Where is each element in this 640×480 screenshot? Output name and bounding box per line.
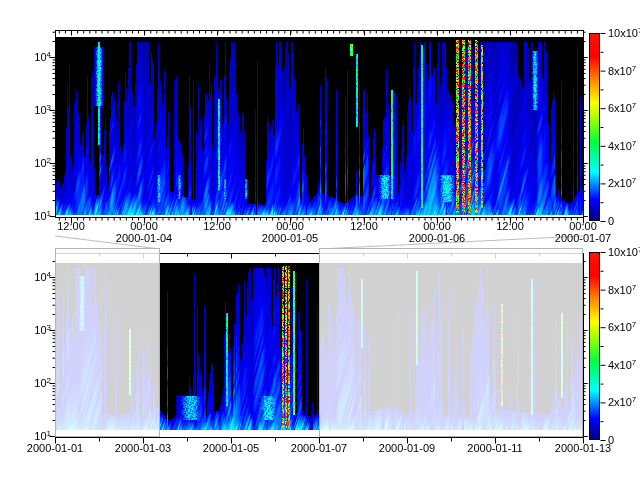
- colorbar-tick-label: 10x107: [608, 246, 640, 259]
- colorbar-tick-label: 0: [608, 216, 614, 227]
- x-date-label: 2000-01-06: [409, 233, 465, 244]
- spectrogram-viewer-window: { "window": { "width": 640, "height": 48…: [0, 0, 640, 480]
- y-tick-label: 103: [34, 104, 51, 117]
- colorbar-tick-label: 8x107: [608, 64, 636, 77]
- x-tick-label: 12:00: [57, 221, 85, 232]
- y-tick-label: 103: [34, 324, 51, 337]
- colorbar-tick-label: 4x107: [608, 358, 636, 371]
- y-tick-label: 101: [34, 210, 51, 223]
- selection-overlay-right[interactable]: [319, 248, 583, 437]
- x-tick-label: 00:00: [130, 221, 158, 232]
- colorbar-tick-label: 2x107: [608, 396, 636, 409]
- x-tick-label: 00:00: [569, 221, 597, 232]
- x-tick-label: 12:00: [203, 221, 231, 232]
- colorbar-tick-label: 2x107: [608, 177, 636, 190]
- y-tick-label: 101: [34, 430, 51, 443]
- x-tick-label: 2000-01-09: [379, 443, 435, 454]
- colorbar-tick-label: 6x107: [608, 102, 636, 115]
- colorbar-tick-label: 10x107: [608, 27, 640, 40]
- x-date-label: 2000-01-04: [116, 233, 172, 244]
- selection-overlay-left[interactable]: [55, 248, 160, 437]
- x-tick-label: 2000-01-03: [115, 443, 171, 454]
- y-tick-label: 102: [34, 157, 51, 170]
- x-tick-label: 2000-01-01: [27, 443, 83, 454]
- colorbar-tick-label: 0: [608, 435, 614, 446]
- x-tick-label: 2000-01-13: [555, 443, 611, 454]
- colorbar-tick-label: 4x107: [608, 139, 636, 152]
- y-tick-label: 104: [34, 51, 51, 64]
- x-tick-label: 2000-01-05: [203, 443, 259, 454]
- zoom-spectrogram-canvas[interactable]: [56, 31, 583, 217]
- colorbar-bottom: [589, 252, 600, 440]
- x-tick-label: 2000-01-11: [467, 443, 522, 454]
- colorbar-tick-label: 6x107: [608, 321, 636, 334]
- y-tick-label: 102: [34, 377, 51, 390]
- x-tick-label: 12:00: [496, 221, 524, 232]
- colorbar-tick-label: 8x107: [608, 283, 636, 296]
- x-tick-label: 2000-01-07: [291, 443, 347, 454]
- x-date-label: 2000-01-05: [262, 233, 318, 244]
- x-tick-label: 00:00: [423, 221, 451, 232]
- x-tick-label: 12:00: [350, 221, 378, 232]
- colorbar-top: [589, 33, 600, 221]
- x-date-label: 2000-01-07: [555, 233, 611, 244]
- x-tick-label: 00:00: [276, 221, 304, 232]
- y-tick-label: 104: [34, 271, 51, 284]
